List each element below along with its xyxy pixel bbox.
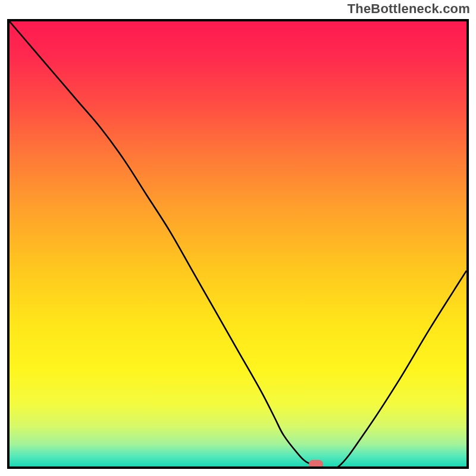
watermark-text: TheBottleneck.com	[347, 1, 470, 17]
bottleneck-curve	[10, 21, 466, 466]
chart-area	[7, 19, 469, 469]
optimal-point-marker	[309, 460, 323, 468]
